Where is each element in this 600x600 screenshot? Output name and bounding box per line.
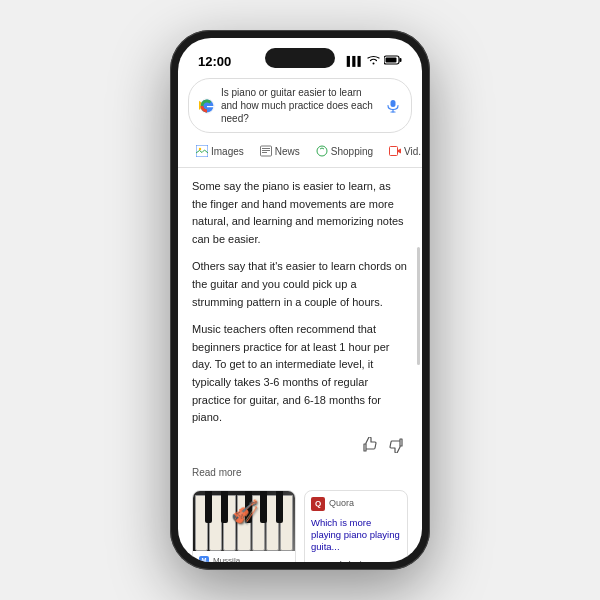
card-mussila-source: M Mussila	[193, 551, 295, 562]
card-quora-title: Which is more playing piano playing guit…	[305, 515, 407, 558]
content-area: Some say the piano is easier to learn, a…	[178, 168, 422, 562]
feedback-row	[192, 437, 408, 459]
card-quora[interactable]: Q Quora Which is more playing piano play…	[304, 490, 408, 562]
mussila-label: Mussila	[213, 555, 240, 562]
svg-rect-14	[390, 147, 398, 156]
dynamic-island	[265, 48, 335, 68]
card-mussila[interactable]: 🎻 M Mussila What's Easier to Learn Piano…	[192, 490, 296, 562]
shopping-icon	[316, 145, 328, 157]
tab-news-label: News	[275, 146, 300, 157]
tabs-row: Images News Shopping	[178, 139, 422, 168]
wifi-icon	[367, 55, 380, 67]
tab-video-label: Vid...	[404, 146, 422, 157]
paragraph-3: Music teachers often recommend that begi…	[192, 321, 408, 427]
paragraph-2: Others say that it's easier to learn cho…	[192, 258, 408, 311]
svg-point-8	[199, 148, 201, 150]
paragraph-1: Some say the piano is easier to learn, a…	[192, 178, 408, 248]
thumbs-up-button[interactable]	[362, 437, 378, 459]
svg-rect-2	[386, 58, 397, 63]
violin-decoration: 🎻	[231, 495, 258, 528]
tab-shopping[interactable]: Shopping	[308, 141, 381, 161]
signal-icon: ▌▌▌	[347, 56, 363, 66]
cards-row: 🎻 M Mussila What's Easier to Learn Piano…	[192, 490, 408, 562]
status-icons: ▌▌▌	[347, 55, 402, 67]
quora-icon: Q	[311, 497, 325, 511]
tab-news[interactable]: News	[252, 141, 308, 161]
svg-marker-15	[398, 149, 401, 154]
google-logo	[199, 98, 215, 114]
video-icon	[389, 145, 401, 157]
card-quora-snippet: I started playing instruments th now, af…	[305, 558, 407, 562]
tab-images[interactable]: Images	[188, 141, 252, 161]
thumbs-down-button[interactable]	[388, 437, 404, 459]
tab-images-label: Images	[211, 146, 244, 157]
scroll-indicator	[417, 247, 420, 365]
card-image-piano: 🎻	[193, 491, 295, 551]
quora-label: Quora	[329, 497, 354, 511]
quora-header: Q Quora	[305, 491, 407, 515]
images-icon	[196, 145, 208, 157]
svg-rect-4	[391, 100, 396, 107]
tab-shopping-label: Shopping	[331, 146, 373, 157]
mussila-icon: M	[199, 556, 209, 562]
search-query-text: Is piano or guitar easier to learn and h…	[221, 86, 379, 125]
read-more-link[interactable]: Read more	[192, 465, 408, 480]
phone-frame: 12:00 ▌▌▌	[170, 30, 430, 570]
phone-screen: 12:00 ▌▌▌	[178, 38, 422, 562]
battery-icon	[384, 55, 402, 67]
mic-icon[interactable]	[385, 98, 401, 114]
news-icon	[260, 145, 272, 157]
status-time: 12:00	[198, 54, 231, 69]
svg-rect-1	[400, 58, 402, 62]
search-bar[interactable]: Is piano or guitar easier to learn and h…	[188, 78, 412, 133]
content-scroll: Some say the piano is easier to learn, a…	[178, 168, 422, 562]
tab-video[interactable]: Vid...	[381, 141, 422, 161]
